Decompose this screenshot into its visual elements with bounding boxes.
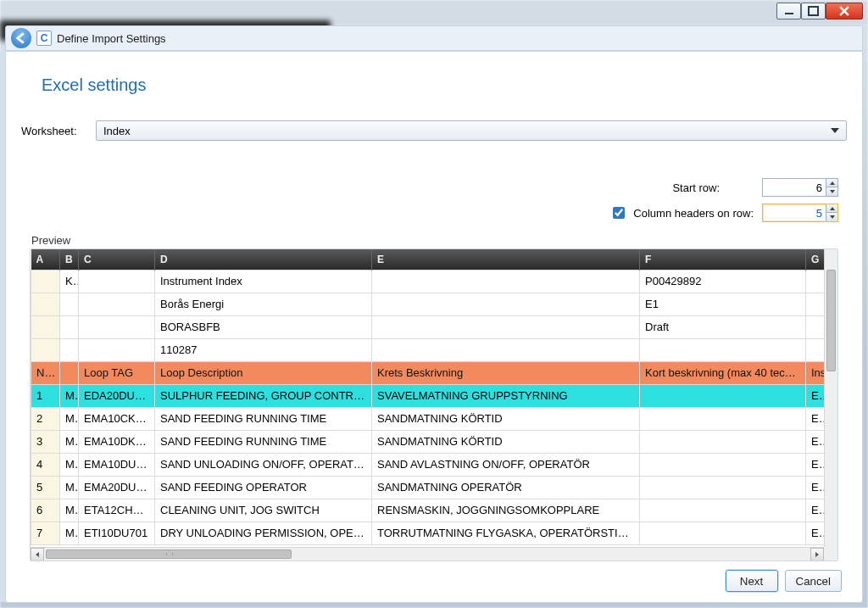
cell-E[interactable] [372,315,640,338]
table-row[interactable]: No. 1Loop TAGLoop DescriptionKrets Beskr… [31,361,825,384]
cell-C[interactable] [79,338,155,361]
table-row[interactable]: KᴄInstrument IndexP00429892 [31,270,825,293]
next-button[interactable]: Next [726,570,778,592]
table-row[interactable]: Borås EnergiE1 [31,293,825,315]
cell-F[interactable]: P00429892 [640,270,806,293]
col-C[interactable]: C [79,249,155,270]
cell-D[interactable]: SAND FEEDING RUNNING TIME [155,430,372,453]
cell-E[interactable]: Krets Beskrivning [372,361,640,384]
col-F[interactable]: F [640,249,806,270]
cell-F[interactable] [640,499,806,522]
col-A[interactable]: A [31,249,60,270]
cell-D[interactable]: 110287 [155,338,372,361]
cell-D[interactable]: Instrument Index [155,270,372,293]
cell-C[interactable]: EMA10DU701 [79,453,155,476]
cell-G[interactable] [806,270,825,293]
cell-F[interactable]: Draft [640,315,806,338]
cell-C[interactable]: EMA10DK701 [79,430,155,453]
vscroll-thumb[interactable] [826,270,836,371]
cell-F[interactable] [640,430,806,453]
headers-row-input[interactable] [763,207,826,220]
cell-B[interactable]: M [60,522,79,544]
cell-A[interactable] [31,293,60,315]
cancel-button[interactable]: Cancel [785,570,843,592]
cell-C[interactable]: EMA10CK701 [79,407,155,430]
hscroll-left[interactable] [31,548,44,561]
cell-E[interactable]: TORRUTMATNING FLYGASKA, OPERATÖRSTILLSTÅ… [372,522,640,544]
cell-B[interactable] [60,361,79,384]
cell-D[interactable]: BORASBFB [155,315,372,338]
cell-B[interactable]: M [60,499,79,522]
table-row[interactable]: 1MEDA20DU701SULPHUR FEEDING, GROUP CONTR… [31,384,825,407]
cell-C[interactable]: Loop TAG [79,361,155,384]
cell-F[interactable]: E1 [640,293,806,315]
cell-F[interactable] [640,453,806,476]
cell-A[interactable]: 3 [31,430,60,453]
cell-D[interactable]: DRY UNLOADING PERMISSION, OPERATOR [155,522,372,544]
cell-D[interactable]: CLEANING UNIT, JOG SWITCH [155,499,372,522]
table-row[interactable]: 2MEMA10CK701SAND FEEDING RUNNING TIMESAN… [31,407,825,430]
table-row[interactable]: 7METI10DU701DRY UNLOADING PERMISSION, OP… [31,522,825,544]
cell-C[interactable]: EDA20DU701 [79,384,155,407]
cell-D[interactable]: Loop Description [155,361,372,384]
cell-G[interactable] [806,315,825,338]
back-button[interactable] [11,28,31,48]
cell-G[interactable]: EMA [806,453,825,476]
cell-G[interactable] [806,293,825,315]
cell-A[interactable] [31,338,60,361]
cell-C[interactable]: EMA20DU701 [79,476,155,499]
window-minimize-button[interactable] [776,3,801,20]
horizontal-scrollbar[interactable] [31,547,824,561]
cell-G[interactable]: ETI1 [806,522,825,544]
table-row[interactable]: 4MEMA10DU701SAND UNLOADING ON/OFF, OPERA… [31,453,825,476]
cell-G[interactable] [806,338,825,361]
cell-B[interactable]: M [60,430,79,453]
cell-B[interactable] [60,293,79,315]
hscroll-thumb[interactable] [46,549,292,559]
window-close-button[interactable] [826,3,863,20]
window-maximize-button[interactable] [801,3,826,20]
headers-checkbox[interactable] [613,207,625,219]
cell-F[interactable] [640,338,806,361]
col-G[interactable]: G [806,249,825,270]
start-row-spinner[interactable] [762,178,838,197]
cell-C[interactable] [79,270,155,293]
cell-A[interactable] [31,270,60,293]
cell-A[interactable]: 6 [31,499,60,522]
cell-E[interactable]: SANDMATNING KÖRTID [372,407,640,430]
cell-B[interactable] [60,338,79,361]
table-row[interactable]: 3MEMA10DK701SAND FEEDING RUNNING TIMESAN… [31,430,825,453]
cell-B[interactable]: M [60,476,79,499]
cell-F[interactable]: Kort beskrivning (max 40 tecken) [640,361,806,384]
cell-B[interactable]: M [60,407,79,430]
cell-A[interactable]: 2 [31,407,60,430]
cell-C[interactable]: ETI10DU701 [79,522,155,544]
headers-row-spinner[interactable] [762,204,838,222]
cell-D[interactable]: SAND FEEDING RUNNING TIME [155,407,372,430]
hscroll-right[interactable] [810,548,824,561]
cell-E[interactable] [372,338,640,361]
cell-G[interactable]: ETA1 [806,499,825,522]
cell-A[interactable]: 7 [31,522,60,544]
cell-D[interactable]: SULPHUR FEEDING, GROUP CONTROL [155,384,372,407]
cell-A[interactable]: 1 [31,384,60,407]
cell-C[interactable]: ETA12CH201 [79,499,155,522]
cell-B[interactable] [60,315,79,338]
cell-E[interactable] [372,293,640,315]
start-row-input[interactable] [763,181,826,194]
table-row[interactable]: 110287 [31,338,825,361]
table-row[interactable]: 5MEMA20DU701SAND FEEDING OPERATORSANDMAT… [31,476,825,499]
cell-G[interactable]: EDA2 [806,384,825,407]
cell-G[interactable]: EMA [806,407,825,430]
headers-row-up[interactable] [826,204,837,213]
cell-F[interactable] [640,476,806,499]
cell-E[interactable]: SVAVELMATNING GRUPPSTYRNING [372,384,640,407]
cell-G[interactable]: EMA [806,476,825,499]
cell-B[interactable]: Kᴄ [60,270,79,293]
cell-E[interactable]: SANDMATNING OPERATÖR [372,476,640,499]
cell-B[interactable]: M [60,453,79,476]
cell-F[interactable] [640,407,806,430]
cell-B[interactable]: M [60,384,79,407]
cell-A[interactable]: 5 [31,476,60,499]
table-row[interactable]: BORASBFBDraft [31,315,825,338]
